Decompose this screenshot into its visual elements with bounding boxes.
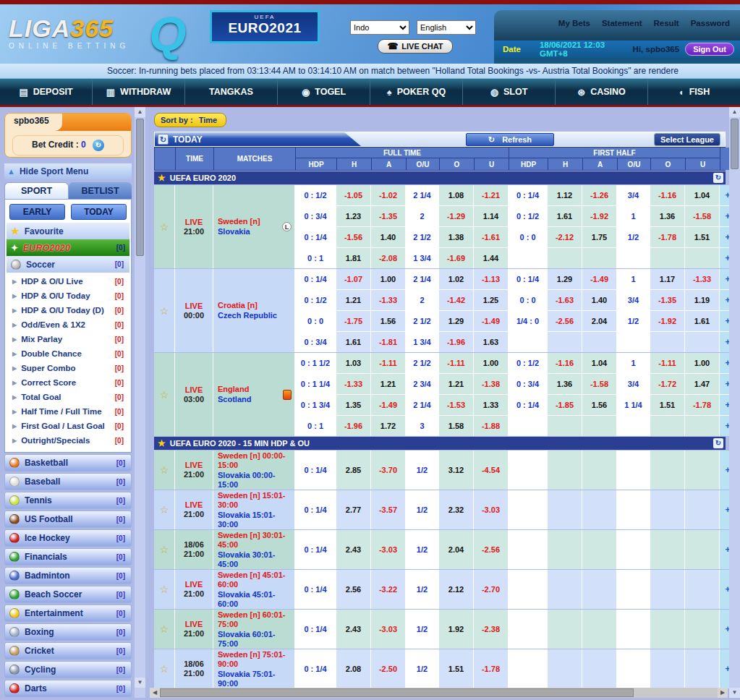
odds-value[interactable]: -4.54 bbox=[474, 451, 508, 490]
odds-value[interactable]: 1.44 bbox=[474, 248, 508, 268]
favourite-star-icon[interactable]: ☆ bbox=[154, 570, 174, 609]
odds-value[interactable]: -2.08 bbox=[371, 248, 405, 268]
nav-item-poker-qq[interactable]: ♠POKER QQ bbox=[370, 79, 463, 105]
odds-value[interactable]: 3.12 bbox=[439, 451, 473, 490]
odds-value[interactable]: -1.75 bbox=[336, 311, 370, 331]
sidebar-item-euro2020[interactable]: ✦ EURO2020 [0] bbox=[7, 239, 129, 256]
odds-value[interactable]: 2.04 bbox=[582, 311, 616, 331]
odds-value[interactable]: -1.81 bbox=[371, 332, 405, 352]
select-league-button[interactable]: Select League bbox=[654, 133, 720, 146]
odds-value[interactable]: 1.00 bbox=[474, 353, 508, 373]
odds-value[interactable]: -2.12 bbox=[548, 227, 582, 247]
favourite-star-icon[interactable]: ☆ bbox=[154, 269, 174, 352]
odds-value[interactable]: -2.50 bbox=[371, 649, 405, 688]
sidebar-item-ice-hockey[interactable]: Ice Hockey[0] bbox=[4, 529, 132, 547]
odds-value[interactable]: 1.21 bbox=[336, 290, 370, 310]
sidebar-item-cricket[interactable]: Cricket[0] bbox=[4, 642, 132, 660]
odds-value[interactable]: 2.32 bbox=[439, 490, 473, 529]
add-bet-button[interactable]: + bbox=[720, 395, 729, 415]
odds-value[interactable]: 1.56 bbox=[582, 395, 616, 415]
sidebar-subitem-outright-specials[interactable]: ▶Outright/Specials[0] bbox=[7, 433, 129, 448]
odds-value[interactable]: 1.04 bbox=[685, 185, 719, 205]
scroll-up-icon[interactable]: ▲ bbox=[729, 107, 740, 117]
odds-value[interactable]: 1.75 bbox=[582, 227, 616, 247]
nav-item-tangkas[interactable]: TANGKAS bbox=[185, 79, 278, 105]
sidebar-subitem-hdp-o-u-today-d-[interactable]: ▶HDP & O/U Today (D)[0] bbox=[7, 303, 129, 317]
tab-betlist[interactable]: BETLIST bbox=[69, 182, 132, 199]
odds-value[interactable]: 1.36 bbox=[548, 374, 582, 394]
sidebar-subitem-odd-even-1x2[interactable]: ▶Odd/Even & 1X2[0] bbox=[7, 317, 129, 332]
odds-value[interactable]: -1.16 bbox=[650, 185, 684, 205]
sort-by-button[interactable]: Sort by : Time bbox=[154, 113, 226, 127]
odds-value[interactable]: 1.81 bbox=[336, 248, 370, 268]
sign-out-button[interactable]: Sign Out bbox=[685, 43, 734, 56]
odds-value[interactable]: 1.19 bbox=[685, 290, 719, 310]
odds-value[interactable]: 1.03 bbox=[336, 353, 370, 373]
star-icon[interactable]: ★ bbox=[158, 438, 166, 448]
account-link-password[interactable]: Password bbox=[691, 19, 730, 27]
odds-value[interactable]: 1.21 bbox=[371, 374, 405, 394]
odds-value[interactable]: 1.51 bbox=[650, 395, 684, 415]
odds-value[interactable]: 1.63 bbox=[474, 332, 508, 352]
odds-value[interactable]: 1.92 bbox=[439, 610, 473, 649]
favourite-star-icon[interactable]: ☆ bbox=[154, 649, 174, 688]
nav-item-slot[interactable]: ◍SLOT bbox=[463, 79, 556, 105]
odds-value[interactable]: -3.03 bbox=[371, 530, 405, 569]
odds-value[interactable]: 1.36 bbox=[650, 206, 684, 226]
scroll-down-icon[interactable]: ▼ bbox=[729, 688, 740, 698]
odds-value[interactable]: -1.49 bbox=[474, 311, 508, 331]
odds-value[interactable]: -1.56 bbox=[336, 227, 370, 247]
odds-value[interactable]: -1.63 bbox=[548, 290, 582, 310]
add-bet-button[interactable]: + bbox=[720, 374, 729, 394]
odds-value[interactable]: -2.56 bbox=[474, 530, 508, 569]
nav-item-casino[interactable]: ⊛CASINO bbox=[556, 79, 648, 105]
sidebar-subitem-first-goal-last-goal[interactable]: ▶First Goal / Last Goal[0] bbox=[7, 419, 129, 433]
add-bet-button[interactable]: + bbox=[720, 530, 729, 569]
hide-sport-menu[interactable]: ▲ Hide Sport Menu bbox=[4, 163, 132, 179]
add-bet-button[interactable]: + bbox=[720, 311, 729, 331]
live-stream-badge[interactable]: L bbox=[282, 222, 292, 231]
sidebar-item-beach-soccer[interactable]: Beach Soccer[0] bbox=[4, 586, 132, 603]
odds-value[interactable]: 1.38 bbox=[439, 227, 473, 247]
sidebar-subitem-double-chance[interactable]: ▶Double Chance[0] bbox=[7, 346, 129, 361]
odds-value[interactable]: 1.40 bbox=[371, 227, 405, 247]
odds-value[interactable]: -2.70 bbox=[474, 570, 508, 609]
language-select-1[interactable]: Indo bbox=[350, 20, 409, 35]
odds-value[interactable]: -1.35 bbox=[371, 206, 405, 226]
odds-value[interactable]: -1.69 bbox=[439, 248, 473, 268]
sidebar-item-us-football[interactable]: US Football[0] bbox=[4, 511, 132, 528]
add-bet-button[interactable]: + bbox=[720, 227, 729, 247]
sidebar-subitem-correct-score[interactable]: ▶Correct Score[0] bbox=[7, 375, 129, 390]
odds-value[interactable]: 1.00 bbox=[685, 353, 719, 373]
horizontal-scroll-thumb[interactable] bbox=[160, 688, 634, 697]
add-bet-button[interactable]: + bbox=[720, 570, 729, 609]
odds-value[interactable]: 1.08 bbox=[439, 185, 473, 205]
odds-value[interactable]: -1.61 bbox=[474, 227, 508, 247]
odds-value[interactable]: 1.61 bbox=[685, 311, 719, 331]
favourite-star-icon[interactable]: ☆ bbox=[154, 353, 174, 436]
odds-value[interactable]: -3.70 bbox=[371, 451, 405, 490]
favourite-star-icon[interactable]: ☆ bbox=[154, 451, 174, 490]
main-scrollbar[interactable]: ▲ ▼ bbox=[729, 107, 740, 698]
scroll-down-icon[interactable]: ▼ bbox=[135, 678, 145, 688]
sidebar-item-darts[interactable]: Darts[0] bbox=[4, 680, 132, 697]
odds-value[interactable]: 1.29 bbox=[439, 311, 473, 331]
odds-value[interactable]: -3.03 bbox=[371, 610, 405, 649]
odds-value[interactable]: 1.35 bbox=[336, 395, 370, 415]
odds-value[interactable]: 1.33 bbox=[474, 395, 508, 415]
odds-value[interactable]: -1.88 bbox=[474, 416, 508, 436]
odds-value[interactable]: 1.14 bbox=[474, 206, 508, 226]
odds-value[interactable]: -1.58 bbox=[582, 374, 616, 394]
add-bet-button[interactable]: + bbox=[720, 206, 729, 226]
odds-value[interactable]: -1.11 bbox=[371, 353, 405, 373]
odds-value[interactable]: -1.26 bbox=[582, 185, 616, 205]
refresh-button[interactable]: ↻ Refresh bbox=[466, 133, 554, 146]
horizontal-scrollbar[interactable]: ◀ ▶ bbox=[150, 688, 728, 698]
sidebar-item-soccer[interactable]: Soccer [0] bbox=[7, 256, 129, 273]
odds-value[interactable]: -1.96 bbox=[336, 416, 370, 436]
sidebar-item-financials[interactable]: Financials[0] bbox=[4, 548, 132, 565]
odds-value[interactable]: -1.05 bbox=[336, 185, 370, 205]
language-select-2[interactable]: English bbox=[417, 20, 476, 35]
odds-value[interactable]: 1.25 bbox=[474, 290, 508, 310]
odds-value[interactable]: 2.77 bbox=[336, 490, 370, 529]
